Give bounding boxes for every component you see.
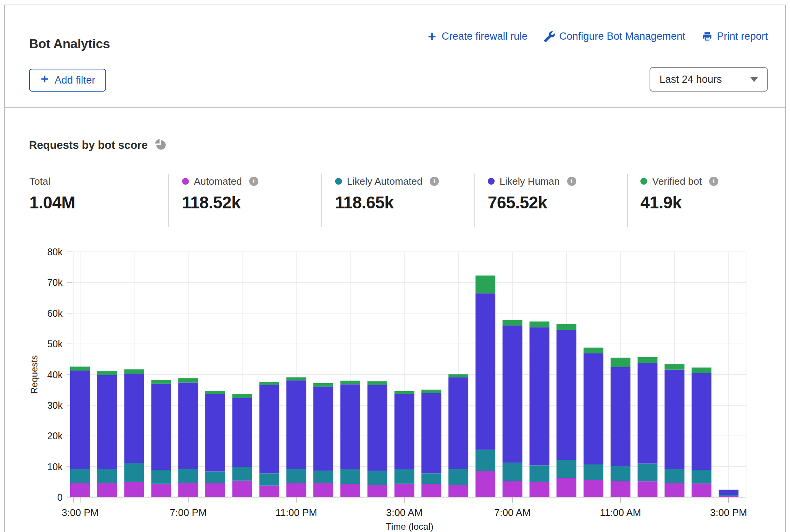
plus-icon <box>427 31 437 42</box>
stat-divider <box>168 174 169 227</box>
configure-bot-management-link[interactable]: Configure Bot Management <box>544 31 685 42</box>
verified-bot-dot <box>640 178 647 185</box>
stat-verified-bot-label: Verified bot <box>652 176 702 187</box>
bot-score-chart[interactable]: 010k20k30k40k50k60k70k80k3:00 PM7:00 PM1… <box>0 237 790 532</box>
svg-text:60k: 60k <box>47 308 63 319</box>
svg-text:7:00 AM: 7:00 AM <box>494 507 530 518</box>
print-report-label: Print report <box>717 31 768 42</box>
stat-likely-human-label: Likely Human <box>500 176 560 187</box>
stat-likely-automated: Likely Automated i 118.65k <box>335 175 472 212</box>
svg-text:20k: 20k <box>47 430 63 441</box>
stat-total-value: 1.04M <box>29 193 167 212</box>
section-heading: Requests by bot score <box>29 137 167 153</box>
add-filter-label: Add filter <box>55 74 95 86</box>
stat-total: Total 1.04M <box>29 175 167 212</box>
stat-divider <box>321 174 322 227</box>
stat-likely-human-value: 765.52k <box>488 193 625 212</box>
automated-dot <box>182 178 189 185</box>
stat-divider <box>474 174 475 227</box>
svg-text:3:00 PM: 3:00 PM <box>62 507 99 518</box>
pie-chart-icon <box>154 137 167 153</box>
svg-text:3:00 AM: 3:00 AM <box>386 507 422 518</box>
svg-text:3:00 PM: 3:00 PM <box>710 507 747 518</box>
stat-automated: Automated i 118.52k <box>182 175 319 212</box>
svg-text:11:00 AM: 11:00 AM <box>600 507 641 518</box>
stat-likely-human: Likely Human i 765.52k <box>488 175 625 212</box>
stat-likely-automated-value: 118.65k <box>335 193 472 212</box>
svg-text:80k: 80k <box>47 247 63 257</box>
svg-text:40k: 40k <box>47 369 63 380</box>
svg-text:70k: 70k <box>47 277 63 288</box>
stat-verified-bot-value: 41.9k <box>640 193 778 212</box>
stat-likely-automated-label: Likely Automated <box>347 176 422 187</box>
svg-text:11:00 PM: 11:00 PM <box>276 507 317 518</box>
likely-human-dot <box>488 178 495 185</box>
page-title: Bot Analytics <box>29 36 110 51</box>
stat-automated-label: Automated <box>194 176 242 187</box>
section-heading-label: Requests by bot score <box>29 139 148 152</box>
time-range-value: Last 24 hours <box>659 74 722 85</box>
chevron-down-icon <box>750 77 758 82</box>
stat-total-label: Total <box>29 176 50 187</box>
add-filter-button[interactable]: Add filter <box>29 69 106 92</box>
svg-text:0: 0 <box>57 492 63 503</box>
time-range-dropdown[interactable]: Last 24 hours <box>650 67 768 92</box>
header-divider <box>5 107 785 108</box>
print-report-link[interactable]: Print report <box>702 31 768 42</box>
likely-automated-dot <box>335 178 342 185</box>
stat-automated-value: 118.52k <box>182 193 319 212</box>
svg-text:Time (local): Time (local) <box>386 521 433 532</box>
info-icon[interactable]: i <box>567 177 576 186</box>
wrench-icon <box>544 31 555 42</box>
svg-text:10k: 10k <box>47 461 63 472</box>
svg-text:50k: 50k <box>47 339 63 349</box>
info-icon[interactable]: i <box>249 177 258 186</box>
svg-text:Requests: Requests <box>29 355 39 394</box>
configure-bot-management-label: Configure Bot Management <box>559 31 685 42</box>
info-icon[interactable]: i <box>709 177 718 186</box>
svg-text:7:00 PM: 7:00 PM <box>170 507 207 518</box>
create-firewall-rule-link[interactable]: Create firewall rule <box>427 31 527 42</box>
plus-icon <box>40 74 50 87</box>
header-actions: Create firewall rule Configure Bot Manag… <box>427 31 768 42</box>
svg-text:30k: 30k <box>47 400 63 411</box>
printer-icon <box>702 31 713 42</box>
stat-divider <box>627 174 628 227</box>
info-icon[interactable]: i <box>430 177 439 186</box>
stat-verified-bot: Verified bot i 41.9k <box>640 175 778 212</box>
create-firewall-rule-label: Create firewall rule <box>442 31 527 42</box>
